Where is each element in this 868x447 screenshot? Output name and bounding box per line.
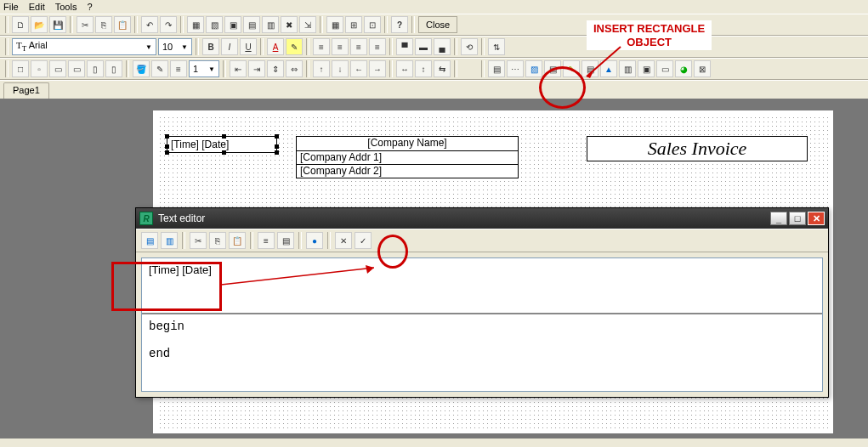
copy-icon[interactable]: ⎘: [209, 232, 226, 249]
company-addr2-cell[interactable]: [Company Addr 2]: [297, 164, 518, 178]
frame-right-icon[interactable]: ▯: [105, 60, 122, 77]
insert-chart-icon[interactable]: ▤: [582, 60, 599, 77]
menu-tools[interactable]: Tools: [55, 2, 77, 12]
frame-left-icon[interactable]: ▯: [87, 60, 104, 77]
insert-draw-icon[interactable]: ✎: [563, 60, 580, 77]
cut-icon[interactable]: ✂: [190, 232, 207, 249]
new-icon[interactable]: 🗋: [12, 16, 29, 33]
paste-icon[interactable]: 📋: [114, 16, 131, 33]
frame-top-icon[interactable]: ▭: [49, 60, 66, 77]
copy-icon[interactable]: ⎘: [95, 16, 112, 33]
fill-color-icon[interactable]: 🪣: [133, 60, 150, 77]
space-v-icon[interactable]: ↕: [415, 60, 432, 77]
delete-icon[interactable]: ✖: [281, 16, 298, 33]
time-date-object[interactable]: [Time] [Date]: [167, 136, 277, 153]
align-justify-icon[interactable]: ≡: [369, 38, 386, 55]
valign-bottom-icon[interactable]: ▄: [434, 38, 451, 55]
snap-icon[interactable]: ⊞: [345, 16, 362, 33]
ok-icon[interactable]: ✓: [355, 232, 372, 249]
group-icon[interactable]: ▣: [224, 16, 241, 33]
align-r-icon[interactable]: →: [369, 60, 386, 77]
close-window-button[interactable]: ✕: [808, 212, 825, 225]
select-all-icon[interactable]: ▤: [243, 16, 260, 33]
cut-icon[interactable]: ✂: [77, 16, 94, 33]
italic-icon[interactable]: I: [221, 38, 238, 55]
space-h-icon[interactable]: ↔: [396, 60, 413, 77]
stretch-icon[interactable]: ⇕: [267, 60, 284, 77]
insert-cross-icon[interactable]: ⊠: [694, 60, 711, 77]
insert-pie-icon[interactable]: ◕: [675, 60, 692, 77]
menu-file[interactable]: File: [3, 2, 19, 12]
valign-middle-icon[interactable]: ▬: [415, 38, 432, 55]
company-table-object[interactable]: [Company Name] [Company Addr 1] [Company…: [296, 136, 519, 178]
frame-all-icon[interactable]: ▫: [31, 60, 48, 77]
ungroup-icon[interactable]: ▥: [262, 16, 279, 33]
insert-aggregate-icon[interactable]: ▥: [161, 232, 178, 249]
bold-icon[interactable]: B: [202, 38, 219, 55]
frame-none-icon[interactable]: □: [12, 60, 29, 77]
valign-top-icon[interactable]: ▀: [396, 38, 413, 55]
minimize-button[interactable]: _: [770, 212, 787, 225]
save-icon[interactable]: 💾: [49, 16, 66, 33]
line-width-select[interactable]: 1▼: [189, 60, 219, 77]
underline-icon[interactable]: U: [240, 38, 257, 55]
align-l-icon[interactable]: ←: [350, 60, 367, 77]
company-name-cell[interactable]: [Company Name]: [297, 137, 518, 150]
highlight-icon[interactable]: ✎: [286, 38, 303, 55]
insert-expr-icon[interactable]: ▤: [141, 232, 158, 249]
insert-ole-icon[interactable]: ▭: [656, 60, 673, 77]
send-back-icon[interactable]: ▧: [206, 16, 223, 33]
cancel-icon[interactable]: ✕: [335, 232, 352, 249]
insert-shape-icon[interactable]: ▲: [600, 60, 617, 77]
maximize-button[interactable]: □: [789, 212, 806, 225]
word-wrap-icon[interactable]: ≡: [258, 232, 275, 249]
font-color-icon[interactable]: A: [267, 38, 284, 55]
align-top-icon[interactable]: ↑: [313, 60, 330, 77]
grid-icon[interactable]: ▦: [326, 16, 343, 33]
font-select[interactable]: TT Arial ▼: [12, 38, 156, 55]
text-editor-title: Text editor: [158, 212, 205, 224]
redo-icon[interactable]: ↷: [160, 16, 177, 33]
text-rotate-icon[interactable]: ⟲: [461, 38, 478, 55]
text-editor-script[interactable]: begin end: [142, 314, 822, 391]
close-button[interactable]: Close: [418, 16, 457, 33]
paste-icon[interactable]: 📋: [229, 232, 246, 249]
tab-page1[interactable]: Page1: [3, 82, 49, 99]
align-right-icon[interactable]: ≡: [350, 38, 367, 55]
band2-icon[interactable]: ⇥: [248, 60, 265, 77]
invoice-title-object[interactable]: Sales Invoice: [587, 136, 808, 161]
zoom-icon[interactable]: ⊡: [364, 16, 381, 33]
shift-icon[interactable]: ⇔: [286, 60, 303, 77]
frame-bottom-icon[interactable]: ▭: [68, 60, 85, 77]
insert-rectangle-icon[interactable]: ▤: [488, 60, 505, 77]
insert-rich-icon[interactable]: ▣: [638, 60, 655, 77]
font-size-select[interactable]: 10 ▼: [158, 38, 192, 55]
band-icon[interactable]: ⇤: [230, 60, 247, 77]
insert-barcode-icon[interactable]: ▥: [619, 60, 636, 77]
help-icon[interactable]: ?: [391, 16, 408, 33]
align-left-icon[interactable]: ≡: [313, 38, 330, 55]
globe-icon[interactable]: ●: [306, 232, 323, 249]
company-addr1-cell[interactable]: [Company Addr 1]: [297, 150, 518, 164]
insert-subreport-icon[interactable]: ▤: [544, 60, 561, 77]
align-bot-icon[interactable]: ↓: [332, 60, 349, 77]
insert-band-icon[interactable]: ⋯: [507, 60, 524, 77]
insert-picture-icon[interactable]: ▨: [525, 60, 542, 77]
center-h-icon[interactable]: ⇆: [434, 60, 451, 77]
align-icon[interactable]: ⇲: [299, 16, 316, 33]
text-editor-titlebar[interactable]: R Text editor _ □ ✕: [136, 208, 828, 229]
undo-icon[interactable]: ↶: [141, 16, 158, 33]
chevron-down-icon: ▼: [145, 43, 152, 51]
text-editor-body: [Time] [Date] begin end: [141, 257, 823, 392]
text-editor-textarea[interactable]: [Time] [Date]: [142, 258, 822, 313]
menu-edit[interactable]: Edit: [29, 2, 45, 12]
format-icon[interactable]: ▤: [277, 232, 294, 249]
line-color-icon[interactable]: ✎: [151, 60, 168, 77]
text-direction-icon[interactable]: ⇅: [488, 38, 505, 55]
align-center-icon[interactable]: ≡: [332, 38, 349, 55]
menu-help[interactable]: ?: [87, 2, 92, 12]
bring-front-icon[interactable]: ▦: [187, 16, 204, 33]
toolbar-standard: 🗋 📂 💾 ✂ ⎘ 📋 ↶ ↷ ▦ ▧ ▣ ▤ ▥ ✖ ⇲ ▦ ⊞ ⊡ ? Cl…: [0, 14, 868, 36]
open-icon[interactable]: 📂: [31, 16, 48, 33]
line-style-icon[interactable]: ≡: [170, 60, 187, 77]
